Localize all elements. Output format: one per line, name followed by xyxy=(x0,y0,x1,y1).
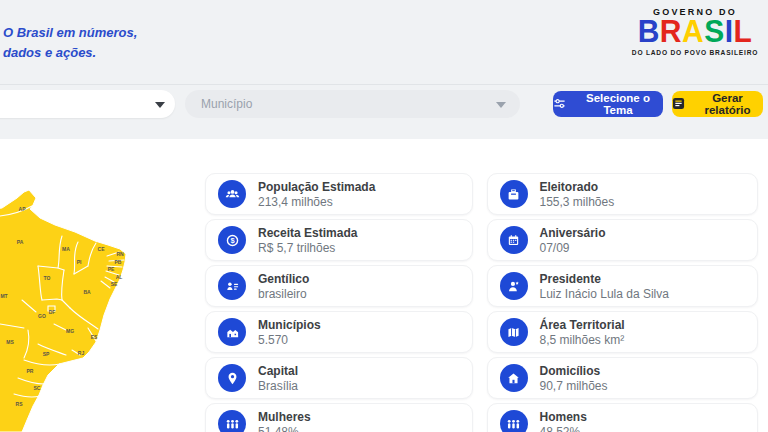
state-select[interactable] xyxy=(0,90,175,118)
stat-title: Aniversário xyxy=(540,226,606,240)
logo-letter-l: L xyxy=(734,16,753,48)
stat-value: 07/09 xyxy=(540,241,606,255)
buildings-icon xyxy=(218,318,246,346)
filter-sliders-icon xyxy=(553,97,566,112)
select-theme-button[interactable]: Selecione o Tema xyxy=(553,91,663,117)
state-label-es: ES xyxy=(91,334,98,340)
house-icon xyxy=(500,364,528,392)
stat-card: Eleitorado155,3 milhões xyxy=(487,173,759,215)
svg-text:$: $ xyxy=(230,236,235,245)
stat-value: 8,5 milhões km² xyxy=(540,333,625,347)
state-label-al: AL xyxy=(116,274,123,280)
state-label-pb: PB xyxy=(115,259,122,265)
state-label-sc: SC xyxy=(34,385,41,391)
stat-card: Gentílicobrasileiro xyxy=(205,265,473,307)
logo-letter-b: B xyxy=(638,16,660,48)
stat-title: Área Territorial xyxy=(540,318,625,332)
stat-card: PresidenteLuiz Inácio Lula da Silva xyxy=(487,265,759,307)
ballot-icon xyxy=(500,180,528,208)
women-icon xyxy=(218,410,246,432)
stats-grid: População Estimada213,4 milhões$Receita … xyxy=(205,173,758,432)
president-icon xyxy=(500,272,528,300)
stat-value: Brasília xyxy=(258,379,298,393)
state-label-se: SE xyxy=(111,281,118,287)
stats-column-right: Eleitorado155,3 milhõesAniversário07/09P… xyxy=(487,173,759,432)
stat-value: 51,48% xyxy=(258,425,311,432)
stat-card: Homens48,52% xyxy=(487,403,759,432)
generate-report-button[interactable]: Gerar relatório xyxy=(672,91,763,117)
governo-do-brasil-logo: GOVERNO DO BRASIL DO LADO DO POVO BRASIL… xyxy=(630,7,760,56)
header-divider xyxy=(0,84,768,85)
map-pin-icon xyxy=(218,364,246,392)
state-label-ms: MS xyxy=(6,339,14,345)
logo-letter-i: I xyxy=(725,16,734,48)
state-label-df: DF xyxy=(49,309,56,315)
logo-subtitle: DO LADO DO POVO BRASILEIRO xyxy=(630,49,760,56)
state-label-rn: RN xyxy=(116,251,124,257)
dollar-icon: $ xyxy=(218,226,246,254)
territory-icon xyxy=(500,318,528,346)
logo-brasil-wordmark: BRASIL xyxy=(630,17,760,47)
state-label-rs: RS xyxy=(16,401,24,407)
stat-title: População Estimada xyxy=(258,180,375,194)
stat-title: Receita Estimada xyxy=(258,226,357,240)
stat-value: brasileiro xyxy=(258,287,309,301)
state-label-pa: PA xyxy=(17,239,24,245)
logo-letter-a: A xyxy=(682,16,704,48)
report-icon xyxy=(672,97,685,112)
state-label-ap: AP xyxy=(19,206,27,212)
calendar-icon xyxy=(500,226,528,254)
id-card-icon xyxy=(218,272,246,300)
logo-letter-s: S xyxy=(704,16,725,48)
chevron-down-icon xyxy=(155,97,165,111)
stat-title: Mulheres xyxy=(258,410,311,424)
stat-title: Domicílios xyxy=(540,364,608,378)
chevron-down-icon xyxy=(496,97,506,111)
site-tagline: O Brasil em números, dados e ações. xyxy=(3,23,137,62)
stat-card: $Receita EstimadaR$ 5,7 trilhões xyxy=(205,219,473,261)
generate-report-label: Gerar relatório xyxy=(692,92,763,116)
men-icon xyxy=(500,410,528,432)
stat-card: Domicílios90,7 milhões xyxy=(487,357,759,399)
stat-card: CapitalBrasília xyxy=(205,357,473,399)
stats-column-left: População Estimada213,4 milhões$Receita … xyxy=(205,173,473,432)
state-label-mg: MG xyxy=(66,328,74,334)
state-label-rj: RJ xyxy=(78,350,85,356)
stat-title: Eleitorado xyxy=(540,180,615,194)
stat-value: Luiz Inácio Lula da Silva xyxy=(540,287,669,301)
municipality-placeholder: Município xyxy=(201,97,252,111)
stat-value: 90,7 milhões xyxy=(540,379,608,393)
brazil-map[interactable]: APPAMAPICERNPBPEALSETOBAMTGODFMGESMSSPRJ… xyxy=(0,148,167,432)
stat-title: Gentílico xyxy=(258,272,309,286)
tagline-line-1: O Brasil em números, xyxy=(3,23,137,43)
state-label-ce: CE xyxy=(98,246,106,252)
stat-card: População Estimada213,4 milhões xyxy=(205,173,473,215)
state-label-pi: PI xyxy=(77,259,82,265)
state-label-mt: MT xyxy=(0,293,7,299)
stat-card: Municípios5.570 xyxy=(205,311,473,353)
state-label-pr: PR xyxy=(27,368,34,374)
stat-card: Mulheres51,48% xyxy=(205,403,473,432)
state-label-sp: SP xyxy=(43,351,50,357)
state-label-ma: MA xyxy=(62,246,70,252)
state-label-go: GO xyxy=(38,313,46,319)
stat-title: Capital xyxy=(258,364,298,378)
municipality-select[interactable]: Município xyxy=(185,90,520,118)
stat-card: Área Territorial8,5 milhões km² xyxy=(487,311,759,353)
stat-title: Presidente xyxy=(540,272,669,286)
select-theme-label: Selecione o Tema xyxy=(573,92,663,116)
state-label-to: TO xyxy=(44,275,51,281)
stat-title: Homens xyxy=(540,410,587,424)
logo-letter-r: R xyxy=(660,16,682,48)
stat-value: 5.570 xyxy=(258,333,321,347)
state-label-pe: PE xyxy=(108,266,115,272)
stat-value: 48,52% xyxy=(540,425,587,432)
tagline-line-2: dados e ações. xyxy=(3,43,137,63)
users-icon xyxy=(218,180,246,208)
stat-card: Aniversário07/09 xyxy=(487,219,759,261)
stat-value: R$ 5,7 trilhões xyxy=(258,241,357,255)
state-label-ba: BA xyxy=(83,289,91,295)
stat-value: 155,3 milhões xyxy=(540,195,615,209)
stat-value: 213,4 milhões xyxy=(258,195,375,209)
stat-title: Municípios xyxy=(258,318,321,332)
